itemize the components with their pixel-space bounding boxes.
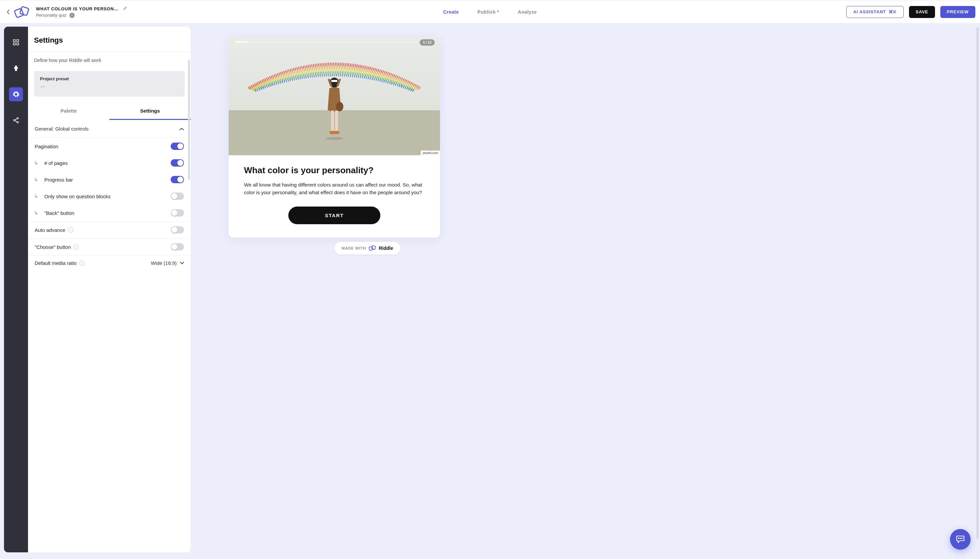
svg-point-7 xyxy=(17,117,18,119)
start-button[interactable]: START xyxy=(289,207,380,224)
svg-point-11 xyxy=(336,102,343,111)
top-bar: WHAT COLOUR IS YOUR PERSONA… Personality… xyxy=(0,0,490,24)
project-subtitle: Personality quiz xyxy=(36,13,67,18)
toggle-auto-advance[interactable] xyxy=(171,226,184,233)
svg-rect-13 xyxy=(335,111,338,131)
accordion-general[interactable]: General: Global controls xyxy=(28,120,191,138)
made-with-badge[interactable]: MADE WITH Riddle xyxy=(334,242,400,255)
preview-title: What color is your personality? xyxy=(244,165,425,175)
nav-blocks-icon[interactable] xyxy=(9,35,23,49)
svg-rect-12 xyxy=(331,111,334,131)
svg-rect-5 xyxy=(17,43,19,45)
back-button[interactable] xyxy=(5,10,12,14)
settings-panel: Settings Define how your Riddle will wor… xyxy=(28,26,191,280)
image-credit: pexels.com xyxy=(421,150,440,155)
project-title: WHAT COLOUR IS YOUR PERSONA… xyxy=(36,6,119,12)
info-icon[interactable]: i xyxy=(69,13,75,18)
panel-subheading: Define how your Riddle will work xyxy=(28,51,191,69)
sub-tabs: Palette Settings xyxy=(28,103,191,120)
nav-design-icon[interactable] xyxy=(9,61,23,75)
row-only-question-blocks: Only show on question blocks xyxy=(28,188,191,205)
svg-rect-4 xyxy=(13,43,15,45)
row-media-ratio: Default media ratioi Wide (16:9) xyxy=(28,256,191,271)
toggle-pagination[interactable] xyxy=(171,142,184,150)
chevron-up-icon xyxy=(179,126,184,132)
undo-icon xyxy=(40,84,179,91)
title-block: WHAT COLOUR IS YOUR PERSONA… Personality… xyxy=(36,6,127,18)
preview-description: We all know that having different colors… xyxy=(244,181,425,197)
info-icon[interactable]: i xyxy=(68,227,73,233)
side-nav xyxy=(4,26,28,280)
row-progress-bar: Progress bar xyxy=(28,171,191,188)
riddle-logo-icon xyxy=(369,245,376,251)
subtab-settings[interactable]: Settings xyxy=(109,103,191,120)
preview-card: 1 / 13 xyxy=(229,36,440,238)
edit-title-icon[interactable] xyxy=(123,6,127,12)
subtab-palette[interactable]: Palette xyxy=(28,103,109,120)
page-counter: 1 / 13 xyxy=(420,39,434,46)
toggle-progress-bar[interactable] xyxy=(171,176,184,183)
progress-bar-track xyxy=(235,41,417,43)
nav-settings-icon[interactable] xyxy=(9,87,23,101)
row-choose-button: "Choose" buttoni xyxy=(28,238,191,256)
panel-heading: Settings xyxy=(28,26,191,51)
panel-scrollbar[interactable] xyxy=(188,60,190,180)
progress-bar-fill xyxy=(235,41,248,43)
toggle-only-question[interactable] xyxy=(171,193,184,200)
svg-rect-10 xyxy=(331,80,337,82)
svg-rect-2 xyxy=(13,40,15,41)
svg-point-16 xyxy=(326,137,343,140)
svg-point-15 xyxy=(334,131,340,134)
row-num-pages: # of pages xyxy=(28,155,191,171)
media-ratio-select[interactable]: Wide (16:9) xyxy=(151,260,184,266)
logo-icon[interactable] xyxy=(13,5,31,19)
toggle-back-button[interactable] xyxy=(171,209,184,217)
svg-point-6 xyxy=(14,120,15,121)
info-icon[interactable]: i xyxy=(80,261,85,266)
svg-rect-3 xyxy=(17,40,19,41)
row-auto-advance: Auto advancei xyxy=(28,222,191,238)
chevron-down-icon xyxy=(180,262,184,265)
svg-rect-17 xyxy=(369,246,373,251)
row-pagination: Pagination xyxy=(28,138,191,155)
toggle-num-pages[interactable] xyxy=(171,159,184,167)
main-tabs: Create Publish * Analyze xyxy=(443,9,490,15)
tab-publish[interactable]: Publish * xyxy=(478,9,490,15)
person-figure xyxy=(321,77,348,140)
svg-rect-18 xyxy=(371,245,376,250)
project-preset-box[interactable]: Project preset xyxy=(34,71,185,97)
svg-rect-0 xyxy=(14,8,24,17)
svg-point-8 xyxy=(17,122,18,123)
row-back-button: "Back" button xyxy=(28,205,191,222)
tab-create[interactable]: Create xyxy=(443,9,459,15)
nav-share-icon[interactable] xyxy=(9,113,23,127)
left-workspace: Settings Define how your Riddle will wor… xyxy=(4,26,191,280)
svg-rect-1 xyxy=(20,6,29,16)
toggle-choose-button[interactable] xyxy=(171,243,184,251)
preview-image: 1 / 13 xyxy=(229,36,440,155)
info-icon[interactable]: i xyxy=(73,244,79,250)
